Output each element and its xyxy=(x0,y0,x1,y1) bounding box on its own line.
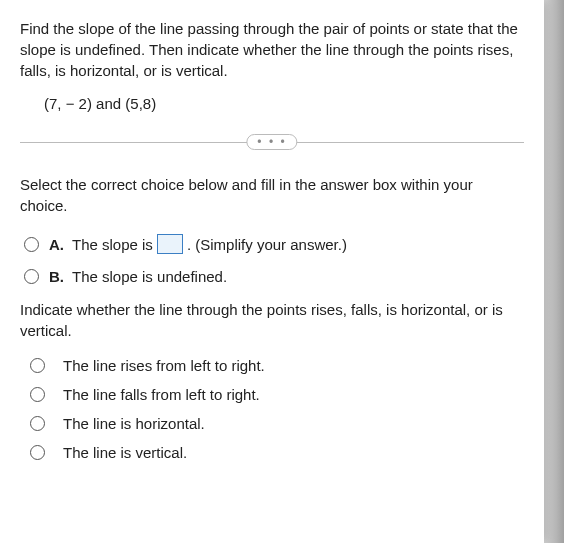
choice-a-letter: A. xyxy=(49,236,64,253)
option-rises[interactable]: The line rises from left to right. xyxy=(20,357,524,374)
option-horizontal[interactable]: The line is horizontal. xyxy=(20,415,524,432)
choice-b-letter: B. xyxy=(49,268,64,285)
option-label: The line rises from left to right. xyxy=(63,357,265,374)
page-edge-shadow xyxy=(544,0,564,543)
option-label: The line is horizontal. xyxy=(63,415,205,432)
choice-a-after: . (Simplify your answer.) xyxy=(187,236,347,253)
radio-icon[interactable] xyxy=(30,416,45,431)
radio-icon[interactable] xyxy=(24,237,39,252)
part1-instruction: Select the correct choice below and fill… xyxy=(20,174,524,216)
question-prompt: Find the slope of the line passing throu… xyxy=(20,18,524,81)
option-label: The line is vertical. xyxy=(63,444,187,461)
divider: • • • xyxy=(20,132,524,152)
radio-icon[interactable] xyxy=(30,358,45,373)
radio-icon[interactable] xyxy=(30,445,45,460)
radio-icon[interactable] xyxy=(24,269,39,284)
choice-b-text: The slope is undefined. xyxy=(72,268,227,285)
choice-a-before: The slope is xyxy=(72,236,153,253)
choice-b-row[interactable]: B. The slope is undefined. xyxy=(20,268,524,285)
choice-a-row[interactable]: A. The slope is . (Simplify your answer.… xyxy=(20,234,524,254)
question-points: (7, − 2) and (5,8) xyxy=(20,95,524,112)
choice-a-text: The slope is . (Simplify your answer.) xyxy=(72,234,347,254)
option-label: The line falls from left to right. xyxy=(63,386,260,403)
ellipsis-button[interactable]: • • • xyxy=(246,134,297,150)
option-vertical[interactable]: The line is vertical. xyxy=(20,444,524,461)
question-sheet: Find the slope of the line passing throu… xyxy=(0,0,544,543)
part2-options: The line rises from left to right. The l… xyxy=(20,357,524,461)
option-falls[interactable]: The line falls from left to right. xyxy=(20,386,524,403)
part2-instruction: Indicate whether the line through the po… xyxy=(20,299,524,341)
radio-icon[interactable] xyxy=(30,387,45,402)
answer-input[interactable] xyxy=(157,234,183,254)
